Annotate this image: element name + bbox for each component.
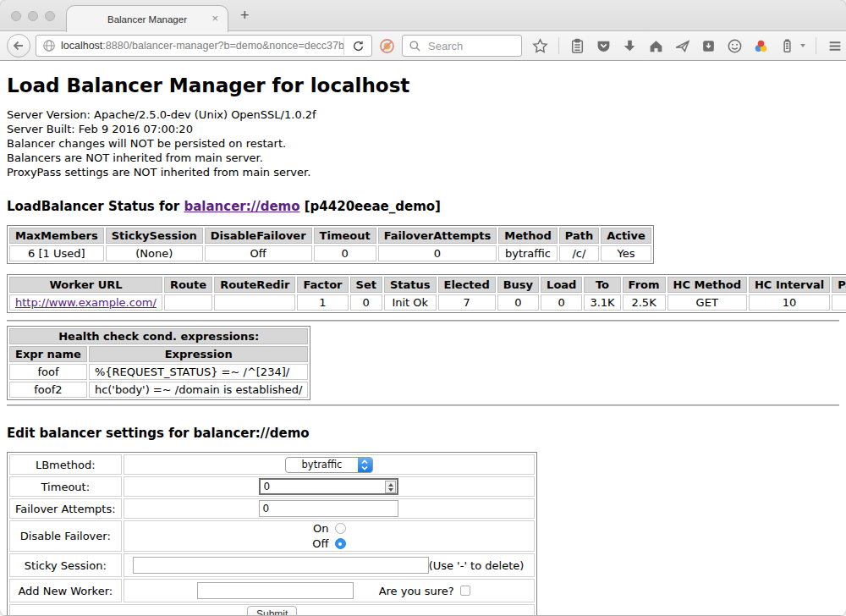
column-header: Method	[498, 228, 557, 244]
disable-failover-options: On Off	[312, 522, 345, 550]
table-cell: 10	[749, 294, 830, 311]
worker-url-cell: http://www.example.com/	[9, 294, 162, 311]
form-row-submit: Submit	[9, 604, 535, 615]
lbmethod-select[interactable]: bytraffic	[285, 457, 373, 473]
reload-icon	[352, 40, 365, 52]
back-button[interactable]	[7, 34, 30, 58]
table-row: 6 [1 Used] (None) Off 0 0 bytraffic /c/ …	[9, 245, 651, 261]
table-header-row: Worker URL Route RouteRedir Factor Set S…	[9, 277, 846, 293]
balancer-status-table: MaxMembers StickySession DisableFailover…	[7, 225, 654, 264]
status-heading-suffix: [p4420eeae_demo]	[300, 199, 441, 214]
status-heading: LoadBalancer Status for balancer://demo …	[7, 199, 839, 214]
expr-name-cell: foof	[9, 364, 87, 380]
column-header: To	[584, 277, 620, 293]
persist-note-line: Balancer changes will NOT be persisted o…	[7, 136, 839, 151]
column-header: RouteRedir	[214, 277, 295, 293]
tab-balancer-manager[interactable]: Balancer Manager ×	[66, 5, 228, 32]
timeout-input[interactable]	[259, 478, 398, 495]
balancer-demo-link[interactable]: balancer://demo	[184, 199, 299, 214]
column-header: MaxMembers	[9, 228, 104, 244]
column-header: FailoverAttempts	[378, 228, 497, 244]
table-cell: 6 [1 Used]	[9, 245, 104, 261]
menu-hamburger-icon[interactable]	[827, 38, 843, 54]
bookmark-star-icon[interactable]	[532, 38, 548, 54]
table-row: http://www.example.com/ 1 0 Init Ok 7 0 …	[9, 294, 846, 311]
table-row: foof2 hc('body') =~ /domain is establish…	[9, 382, 308, 398]
form-row-timeout: Timeout:	[9, 476, 535, 497]
send-plane-icon[interactable]	[674, 38, 690, 54]
table-cell: 1	[297, 294, 348, 311]
table-title-row: Health check cond. expressions:	[9, 328, 308, 344]
column-header: Timeout	[314, 228, 376, 244]
table-cell: Off	[205, 245, 312, 261]
submit-button[interactable]: Submit	[247, 606, 297, 615]
close-window-button[interactable]	[11, 11, 21, 21]
column-header: Passes	[832, 277, 846, 293]
new-tab-button[interactable]: +	[240, 7, 250, 25]
table-cell: 1 (0)	[832, 294, 846, 311]
column-header: From	[623, 277, 666, 293]
table-cell: 7	[438, 294, 496, 311]
search-icon	[409, 40, 421, 52]
search-input[interactable]	[426, 39, 507, 53]
column-header: Load	[541, 277, 582, 293]
table-cell: 2.5K	[623, 294, 666, 311]
column-header: Elected	[438, 277, 496, 293]
disable-failover-off-radio[interactable]	[335, 538, 346, 549]
select-stepper-icon	[358, 458, 372, 472]
column-header: DisableFailover	[205, 228, 312, 244]
battery-panel-icon[interactable]	[779, 38, 795, 54]
are-you-sure-checkbox[interactable]	[460, 586, 470, 596]
table-cell: 3.1K	[584, 294, 620, 311]
tab-close-icon[interactable]: ×	[212, 13, 218, 24]
form-row-add-worker: Add New Worker: Are you sure?	[9, 579, 535, 602]
toolbar-icon-row	[532, 37, 846, 54]
colors-extension-icon[interactable]	[753, 38, 769, 54]
column-header: StickySession	[106, 228, 203, 244]
form-row-disable-failover: Disable Failover: On Off	[9, 520, 535, 552]
zoom-window-button[interactable]	[45, 11, 55, 21]
content-blocked-button[interactable]	[379, 38, 395, 54]
browser-window: Balancer Manager × + localhost:8880/bala…	[0, 0, 846, 616]
disable-failover-label: Disable Failover:	[9, 520, 122, 552]
downloads-icon[interactable]	[622, 38, 638, 54]
disable-failover-on-radio[interactable]	[335, 523, 346, 534]
reload-button[interactable]	[343, 37, 365, 55]
column-header: HC Interval	[749, 277, 830, 293]
number-spinner-icon[interactable]	[385, 481, 396, 493]
save-device-icon[interactable]	[700, 38, 717, 54]
edit-settings-form: LBmethod: bytraffic Timeout:	[7, 452, 537, 615]
column-header: Expr name	[9, 346, 87, 362]
url-text: localhost:8880/balancer-manager?b=demo&n…	[61, 40, 343, 52]
inherit-note-line: Balancers are NOT inherited from main se…	[7, 151, 839, 165]
table-cell: /c/	[559, 245, 599, 261]
expr-name-cell: foof2	[9, 382, 87, 398]
health-check-table: Health check cond. expressions: Expr nam…	[7, 326, 310, 400]
feedback-smiley-icon[interactable]	[727, 38, 743, 54]
pocket-icon[interactable]	[596, 38, 612, 54]
edit-settings-heading: Edit balancer settings for balancer://de…	[7, 426, 839, 441]
failover-attempts-input[interactable]	[259, 500, 398, 517]
expression-cell: hc('body') =~ /domain is established/	[89, 382, 309, 398]
section-divider	[7, 404, 839, 406]
column-header: Route	[164, 277, 212, 293]
dropdown-caret-icon[interactable]	[800, 44, 805, 47]
add-worker-input[interactable]	[197, 582, 354, 599]
home-icon[interactable]	[648, 38, 664, 54]
section-divider	[7, 320, 839, 322]
search-bar[interactable]	[402, 35, 522, 57]
are-you-sure-label: Are you sure?	[379, 585, 454, 597]
table-cell: 0	[350, 294, 382, 311]
column-header: Expression	[89, 346, 309, 362]
worker-url-link[interactable]: http://www.example.com/	[15, 296, 157, 309]
clipboard-icon[interactable]	[569, 38, 585, 54]
url-bar[interactable]: localhost:8880/balancer-manager?b=demo&n…	[36, 35, 372, 57]
column-header: Set	[350, 277, 382, 293]
sticky-session-hint: (Use '-' to delete)	[429, 559, 526, 572]
table-cell: Yes	[601, 245, 651, 261]
server-built-line: Server Built: Feb 9 2016 07:00:20	[7, 122, 839, 136]
sticky-session-input[interactable]	[133, 557, 429, 574]
minimize-window-button[interactable]	[28, 11, 38, 21]
table-cell: Init Ok	[384, 294, 437, 311]
column-header: Active	[601, 228, 651, 244]
